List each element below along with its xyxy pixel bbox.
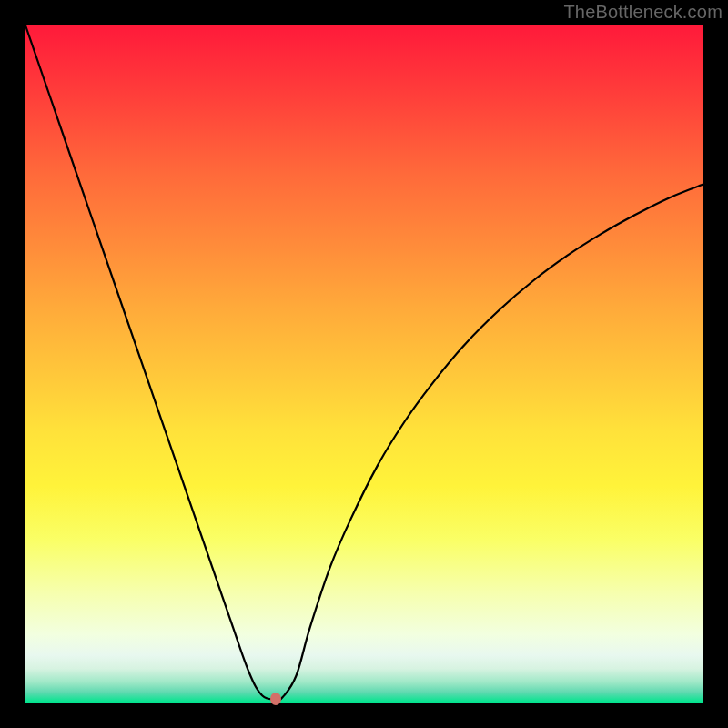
curve-layer — [25, 25, 703, 703]
bottleneck-curve-line — [25, 25, 703, 700]
watermark-text: TheBottleneck.com — [563, 2, 723, 23]
chart-frame: TheBottleneck.com — [0, 0, 728, 728]
plot-area — [25, 25, 703, 703]
